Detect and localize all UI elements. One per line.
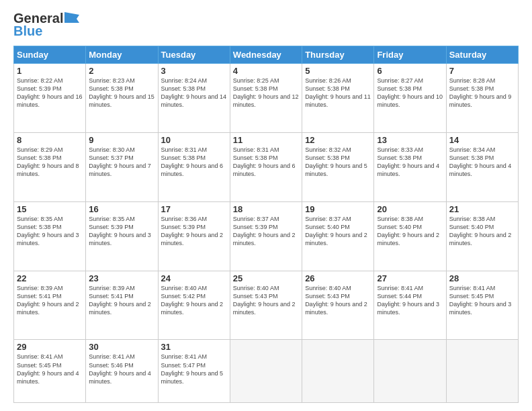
day-info: Sunrise: 8:40 AMSunset: 5:43 PMDaylight:… — [233, 284, 299, 317]
calendar-cell: 9Sunrise: 8:30 AMSunset: 5:37 PMDaylight… — [86, 132, 158, 201]
calendar-cell: 16Sunrise: 8:35 AMSunset: 5:39 PMDayligh… — [86, 201, 158, 271]
day-info: Sunrise: 8:40 AMSunset: 5:42 PMDaylight:… — [161, 284, 227, 317]
day-number: 13 — [377, 135, 443, 145]
calendar-week-2: 8Sunrise: 8:29 AMSunset: 5:38 PMDaylight… — [14, 132, 519, 201]
day-info: Sunrise: 8:32 AMSunset: 5:38 PMDaylight:… — [305, 146, 371, 179]
calendar-cell: 5Sunrise: 8:26 AMSunset: 5:38 PMDaylight… — [302, 64, 374, 133]
calendar-cell: 13Sunrise: 8:33 AMSunset: 5:38 PMDayligh… — [374, 132, 446, 201]
calendar-header: SundayMondayTuesdayWednesdayThursdayFrid… — [14, 46, 519, 64]
day-number: 31 — [161, 342, 227, 352]
day-info: Sunrise: 8:41 AMSunset: 5:45 PMDaylight:… — [449, 284, 515, 317]
day-info: Sunrise: 8:41 AMSunset: 5:44 PMDaylight:… — [377, 284, 443, 317]
day-number: 26 — [305, 273, 371, 283]
day-number: 11 — [233, 135, 299, 145]
calendar-cell: 17Sunrise: 8:36 AMSunset: 5:39 PMDayligh… — [158, 201, 230, 271]
calendar-week-5: 29Sunrise: 8:41 AMSunset: 5:45 PMDayligh… — [14, 340, 519, 403]
day-info: Sunrise: 8:33 AMSunset: 5:38 PMDaylight:… — [377, 146, 443, 179]
day-header-friday: Friday — [374, 46, 446, 64]
day-info: Sunrise: 8:31 AMSunset: 5:38 PMDaylight:… — [161, 146, 227, 179]
day-number: 4 — [233, 66, 299, 76]
day-header-tuesday: Tuesday — [158, 46, 230, 64]
calendar-cell: 20Sunrise: 8:38 AMSunset: 5:40 PMDayligh… — [374, 201, 446, 271]
day-info: Sunrise: 8:26 AMSunset: 5:38 PMDaylight:… — [305, 77, 371, 109]
day-header-row: SundayMondayTuesdayWednesdayThursdayFrid… — [14, 46, 519, 64]
day-number: 8 — [17, 135, 83, 145]
calendar-body: 1Sunrise: 8:22 AMSunset: 5:39 PMDaylight… — [14, 64, 519, 403]
calendar-cell: 25Sunrise: 8:40 AMSunset: 5:43 PMDayligh… — [230, 271, 302, 340]
calendar-cell: 30Sunrise: 8:41 AMSunset: 5:46 PMDayligh… — [86, 340, 158, 403]
day-info: Sunrise: 8:31 AMSunset: 5:38 PMDaylight:… — [233, 146, 299, 179]
calendar-cell: 22Sunrise: 8:39 AMSunset: 5:41 PMDayligh… — [14, 271, 86, 340]
day-number: 1 — [17, 66, 83, 76]
page: General Blue SundayMondayTuesdayWednesda… — [0, 0, 532, 411]
day-info: Sunrise: 8:40 AMSunset: 5:43 PMDaylight:… — [305, 284, 371, 317]
day-info: Sunrise: 8:38 AMSunset: 5:40 PMDaylight:… — [449, 215, 515, 248]
day-number: 30 — [89, 342, 154, 352]
day-number: 18 — [233, 204, 299, 214]
calendar-cell: 23Sunrise: 8:39 AMSunset: 5:41 PMDayligh… — [86, 271, 158, 340]
day-info: Sunrise: 8:35 AMSunset: 5:39 PMDaylight:… — [89, 215, 154, 248]
day-number: 27 — [377, 273, 443, 283]
day-number: 28 — [449, 273, 515, 283]
day-number: 20 — [377, 204, 443, 214]
calendar-cell — [446, 340, 518, 403]
day-number: 14 — [449, 135, 515, 145]
calendar-cell: 11Sunrise: 8:31 AMSunset: 5:38 PMDayligh… — [230, 132, 302, 201]
day-info: Sunrise: 8:29 AMSunset: 5:38 PMDaylight:… — [17, 146, 83, 179]
day-info: Sunrise: 8:27 AMSunset: 5:38 PMDaylight:… — [377, 77, 443, 109]
calendar-cell: 4Sunrise: 8:25 AMSunset: 5:38 PMDaylight… — [230, 64, 302, 133]
header: General Blue — [13, 11, 519, 39]
svg-marker-0 — [64, 12, 79, 23]
calendar-cell: 19Sunrise: 8:37 AMSunset: 5:40 PMDayligh… — [302, 201, 374, 271]
day-number: 9 — [89, 135, 154, 145]
calendar-cell: 18Sunrise: 8:37 AMSunset: 5:39 PMDayligh… — [230, 201, 302, 271]
calendar-cell: 12Sunrise: 8:32 AMSunset: 5:38 PMDayligh… — [302, 132, 374, 201]
calendar-week-4: 22Sunrise: 8:39 AMSunset: 5:41 PMDayligh… — [14, 271, 519, 340]
day-header-thursday: Thursday — [302, 46, 374, 64]
calendar-cell: 21Sunrise: 8:38 AMSunset: 5:40 PMDayligh… — [446, 201, 518, 271]
day-info: Sunrise: 8:24 AMSunset: 5:38 PMDaylight:… — [161, 77, 227, 109]
day-number: 24 — [161, 273, 227, 283]
day-info: Sunrise: 8:41 AMSunset: 5:46 PMDaylight:… — [89, 353, 154, 385]
calendar-cell: 24Sunrise: 8:40 AMSunset: 5:42 PMDayligh… — [158, 271, 230, 340]
day-info: Sunrise: 8:25 AMSunset: 5:38 PMDaylight:… — [233, 77, 299, 109]
day-info: Sunrise: 8:34 AMSunset: 5:38 PMDaylight:… — [449, 146, 515, 179]
calendar-cell — [302, 340, 374, 403]
day-number: 6 — [377, 66, 443, 76]
calendar-cell: 7Sunrise: 8:28 AMSunset: 5:38 PMDaylight… — [446, 64, 518, 133]
day-header-wednesday: Wednesday — [230, 46, 302, 64]
calendar-cell: 28Sunrise: 8:41 AMSunset: 5:45 PMDayligh… — [446, 271, 518, 340]
calendar-cell: 29Sunrise: 8:41 AMSunset: 5:45 PMDayligh… — [14, 340, 86, 403]
day-number: 7 — [449, 66, 515, 76]
calendar-cell — [230, 340, 302, 403]
day-number: 5 — [305, 66, 371, 76]
calendar-cell: 15Sunrise: 8:35 AMSunset: 5:38 PMDayligh… — [14, 201, 86, 271]
calendar-cell: 14Sunrise: 8:34 AMSunset: 5:38 PMDayligh… — [446, 132, 518, 201]
calendar-cell: 10Sunrise: 8:31 AMSunset: 5:38 PMDayligh… — [158, 132, 230, 201]
day-header-sunday: Sunday — [14, 46, 86, 64]
day-info: Sunrise: 8:38 AMSunset: 5:40 PMDaylight:… — [377, 215, 443, 248]
day-number: 23 — [89, 273, 154, 283]
day-number: 21 — [449, 204, 515, 214]
logo: General Blue — [13, 11, 79, 39]
day-info: Sunrise: 8:28 AMSunset: 5:38 PMDaylight:… — [449, 77, 515, 109]
calendar-cell — [374, 340, 446, 403]
calendar-table: SundayMondayTuesdayWednesdayThursdayFrid… — [13, 46, 519, 403]
day-info: Sunrise: 8:39 AMSunset: 5:41 PMDaylight:… — [17, 284, 83, 317]
day-number: 17 — [161, 204, 227, 214]
day-info: Sunrise: 8:37 AMSunset: 5:40 PMDaylight:… — [305, 215, 371, 248]
calendar-cell: 26Sunrise: 8:40 AMSunset: 5:43 PMDayligh… — [302, 271, 374, 340]
logo-flag-icon — [64, 12, 79, 23]
day-number: 19 — [305, 204, 371, 214]
day-info: Sunrise: 8:30 AMSunset: 5:37 PMDaylight:… — [89, 146, 154, 179]
day-number: 3 — [161, 66, 227, 76]
day-number: 29 — [17, 342, 83, 352]
day-number: 2 — [89, 66, 154, 76]
day-number: 22 — [17, 273, 83, 283]
calendar-week-1: 1Sunrise: 8:22 AMSunset: 5:39 PMDaylight… — [14, 64, 519, 133]
day-info: Sunrise: 8:37 AMSunset: 5:39 PMDaylight:… — [233, 215, 299, 248]
day-info: Sunrise: 8:22 AMSunset: 5:39 PMDaylight:… — [17, 77, 83, 109]
day-number: 15 — [17, 204, 83, 214]
day-header-saturday: Saturday — [446, 46, 518, 64]
day-info: Sunrise: 8:41 AMSunset: 5:47 PMDaylight:… — [161, 353, 227, 385]
